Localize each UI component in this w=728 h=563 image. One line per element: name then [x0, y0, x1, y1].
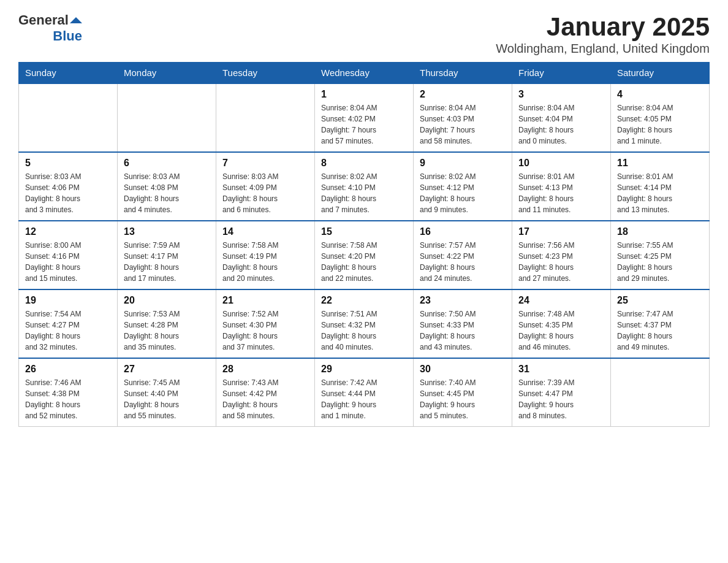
calendar-cell: 9Sunrise: 8:02 AM Sunset: 4:12 PM Daylig…	[414, 152, 512, 221]
calendar-cell: 23Sunrise: 7:50 AM Sunset: 4:33 PM Dayli…	[414, 289, 512, 358]
calendar-cell: 1Sunrise: 8:04 AM Sunset: 4:02 PM Daylig…	[315, 83, 414, 152]
calendar-cell: 14Sunrise: 7:58 AM Sunset: 4:19 PM Dayli…	[216, 221, 315, 289]
day-of-week-header: Sunday	[19, 63, 118, 84]
day-number: 20	[124, 295, 210, 306]
calendar-cell: 6Sunrise: 8:03 AM Sunset: 4:08 PM Daylig…	[118, 152, 216, 221]
day-number: 19	[25, 295, 111, 306]
day-of-week-header: Tuesday	[216, 63, 315, 84]
day-number: 27	[124, 364, 210, 375]
day-number: 16	[420, 226, 506, 237]
calendar-cell: 3Sunrise: 8:04 AM Sunset: 4:04 PM Daylig…	[512, 83, 611, 152]
calendar-week-row: 19Sunrise: 7:54 AM Sunset: 4:27 PM Dayli…	[19, 289, 710, 358]
day-info: Sunrise: 8:04 AM Sunset: 4:03 PM Dayligh…	[420, 102, 506, 147]
calendar-week-row: 26Sunrise: 7:46 AM Sunset: 4:38 PM Dayli…	[19, 358, 710, 427]
day-number: 23	[420, 295, 506, 306]
day-number: 4	[617, 89, 703, 100]
calendar-body: 1Sunrise: 8:04 AM Sunset: 4:02 PM Daylig…	[19, 83, 710, 427]
day-info: Sunrise: 7:56 AM Sunset: 4:23 PM Dayligh…	[518, 240, 604, 284]
day-info: Sunrise: 8:00 AM Sunset: 4:16 PM Dayligh…	[25, 240, 111, 284]
calendar-cell: 11Sunrise: 8:01 AM Sunset: 4:14 PM Dayli…	[611, 152, 710, 221]
day-of-week-header: Saturday	[611, 63, 710, 84]
day-info: Sunrise: 7:43 AM Sunset: 4:42 PM Dayligh…	[222, 377, 308, 421]
day-number: 1	[321, 89, 407, 100]
page-header: General Blue January 2025 Woldingham, En…	[18, 12, 710, 56]
day-number: 29	[321, 364, 407, 375]
day-number: 13	[124, 226, 210, 237]
day-number: 17	[518, 226, 604, 237]
calendar-cell: 10Sunrise: 8:01 AM Sunset: 4:13 PM Dayli…	[512, 152, 611, 221]
calendar-cell: 8Sunrise: 8:02 AM Sunset: 4:10 PM Daylig…	[315, 152, 414, 221]
calendar-cell: 19Sunrise: 7:54 AM Sunset: 4:27 PM Dayli…	[19, 289, 118, 358]
day-info: Sunrise: 7:45 AM Sunset: 4:40 PM Dayligh…	[124, 377, 210, 421]
day-number: 9	[420, 158, 506, 169]
day-info: Sunrise: 7:48 AM Sunset: 4:35 PM Dayligh…	[518, 308, 604, 353]
day-number: 3	[518, 89, 604, 100]
day-of-week-header: Friday	[512, 63, 611, 84]
calendar-cell: 21Sunrise: 7:52 AM Sunset: 4:30 PM Dayli…	[216, 289, 315, 358]
calendar-cell: 24Sunrise: 7:48 AM Sunset: 4:35 PM Dayli…	[512, 289, 611, 358]
day-number: 30	[420, 364, 506, 375]
day-info: Sunrise: 8:02 AM Sunset: 4:12 PM Dayligh…	[420, 171, 506, 215]
calendar-cell: 7Sunrise: 8:03 AM Sunset: 4:09 PM Daylig…	[216, 152, 315, 221]
logo: General Blue	[18, 12, 82, 44]
day-info: Sunrise: 7:53 AM Sunset: 4:28 PM Dayligh…	[124, 308, 210, 353]
day-info: Sunrise: 7:55 AM Sunset: 4:25 PM Dayligh…	[617, 240, 703, 284]
day-number: 6	[124, 158, 210, 169]
calendar-cell	[611, 358, 710, 427]
day-number: 18	[617, 226, 703, 237]
day-number: 10	[518, 158, 604, 169]
calendar-week-row: 1Sunrise: 8:04 AM Sunset: 4:02 PM Daylig…	[19, 83, 710, 152]
calendar-week-row: 12Sunrise: 8:00 AM Sunset: 4:16 PM Dayli…	[19, 221, 710, 289]
calendar-cell: 25Sunrise: 7:47 AM Sunset: 4:37 PM Dayli…	[611, 289, 710, 358]
day-number: 15	[321, 226, 407, 237]
day-info: Sunrise: 7:57 AM Sunset: 4:22 PM Dayligh…	[420, 240, 506, 284]
day-number: 12	[25, 226, 111, 237]
day-info: Sunrise: 8:01 AM Sunset: 4:14 PM Dayligh…	[617, 171, 703, 215]
calendar-cell: 2Sunrise: 8:04 AM Sunset: 4:03 PM Daylig…	[414, 83, 512, 152]
day-number: 2	[420, 89, 506, 100]
day-number: 28	[222, 364, 308, 375]
day-number: 11	[617, 158, 703, 169]
calendar-cell: 29Sunrise: 7:42 AM Sunset: 4:44 PM Dayli…	[315, 358, 414, 427]
calendar-cell: 16Sunrise: 7:57 AM Sunset: 4:22 PM Dayli…	[414, 221, 512, 289]
calendar-cell: 5Sunrise: 8:03 AM Sunset: 4:06 PM Daylig…	[19, 152, 118, 221]
title-block: January 2025 Woldingham, England, United…	[496, 12, 710, 56]
day-info: Sunrise: 7:39 AM Sunset: 4:47 PM Dayligh…	[518, 377, 604, 421]
calendar-cell: 13Sunrise: 7:59 AM Sunset: 4:17 PM Dayli…	[118, 221, 216, 289]
day-info: Sunrise: 7:52 AM Sunset: 4:30 PM Dayligh…	[222, 308, 308, 353]
day-info: Sunrise: 7:40 AM Sunset: 4:45 PM Dayligh…	[420, 377, 506, 421]
day-number: 25	[617, 295, 703, 306]
calendar-cell: 27Sunrise: 7:45 AM Sunset: 4:40 PM Dayli…	[118, 358, 216, 427]
day-of-week-header: Monday	[118, 63, 216, 84]
calendar-cell: 18Sunrise: 7:55 AM Sunset: 4:25 PM Dayli…	[611, 221, 710, 289]
day-info: Sunrise: 7:42 AM Sunset: 4:44 PM Dayligh…	[321, 377, 407, 421]
day-number: 26	[25, 364, 111, 375]
calendar-cell: 15Sunrise: 7:58 AM Sunset: 4:20 PM Dayli…	[315, 221, 414, 289]
day-info: Sunrise: 7:58 AM Sunset: 4:19 PM Dayligh…	[222, 240, 308, 284]
day-number: 22	[321, 295, 407, 306]
logo-text-blue: Blue	[53, 28, 82, 44]
logo-text-general: General	[18, 12, 69, 28]
day-info: Sunrise: 7:50 AM Sunset: 4:33 PM Dayligh…	[420, 308, 506, 353]
day-info: Sunrise: 7:59 AM Sunset: 4:17 PM Dayligh…	[124, 240, 210, 284]
calendar-cell: 22Sunrise: 7:51 AM Sunset: 4:32 PM Dayli…	[315, 289, 414, 358]
calendar-cell	[216, 83, 315, 152]
day-info: Sunrise: 7:46 AM Sunset: 4:38 PM Dayligh…	[25, 377, 111, 421]
day-number: 24	[518, 295, 604, 306]
day-info: Sunrise: 8:04 AM Sunset: 4:02 PM Dayligh…	[321, 102, 407, 147]
day-info: Sunrise: 8:01 AM Sunset: 4:13 PM Dayligh…	[518, 171, 604, 215]
calendar-cell: 17Sunrise: 7:56 AM Sunset: 4:23 PM Dayli…	[512, 221, 611, 289]
day-number: 14	[222, 226, 308, 237]
day-info: Sunrise: 8:03 AM Sunset: 4:09 PM Dayligh…	[222, 171, 308, 215]
calendar-table: SundayMondayTuesdayWednesdayThursdayFrid…	[18, 62, 710, 427]
day-info: Sunrise: 7:51 AM Sunset: 4:32 PM Dayligh…	[321, 308, 407, 353]
day-info: Sunrise: 8:03 AM Sunset: 4:08 PM Dayligh…	[124, 171, 210, 215]
day-of-week-header: Thursday	[414, 63, 512, 84]
calendar-cell: 31Sunrise: 7:39 AM Sunset: 4:47 PM Dayli…	[512, 358, 611, 427]
day-info: Sunrise: 7:47 AM Sunset: 4:37 PM Dayligh…	[617, 308, 703, 353]
day-info: Sunrise: 8:03 AM Sunset: 4:06 PM Dayligh…	[25, 171, 111, 215]
day-info: Sunrise: 8:04 AM Sunset: 4:05 PM Dayligh…	[617, 102, 703, 147]
calendar-cell: 28Sunrise: 7:43 AM Sunset: 4:42 PM Dayli…	[216, 358, 315, 427]
day-of-week-header: Wednesday	[315, 63, 414, 84]
day-number: 31	[518, 364, 604, 375]
